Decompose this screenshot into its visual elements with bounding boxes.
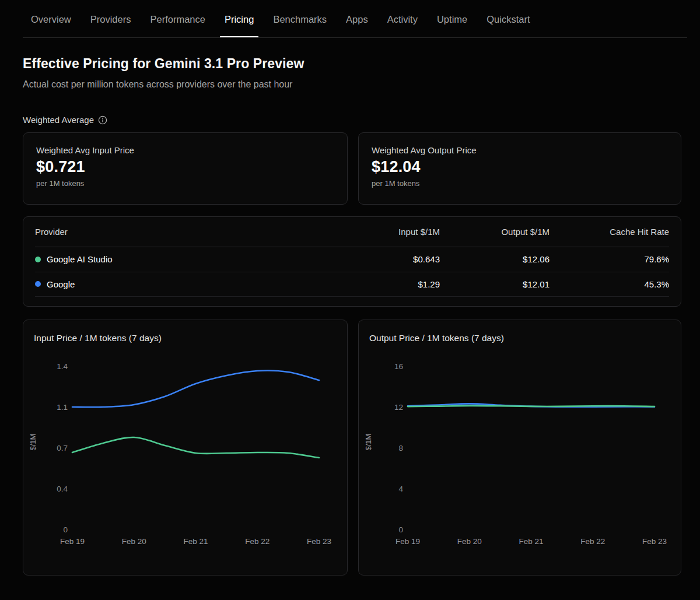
provider-table-body: Google AI Studio$0.643$12.0679.6%Google$… [35,247,669,297]
column-header-output: Output $/1M [440,227,550,237]
input-price-chart-card: Input Price / 1M tokens (7 days)$/1M1.41… [23,320,348,576]
y-tick-label: 4 [398,485,403,493]
table-row-google: Google$1.29$12.0145.3% [35,272,669,297]
tab-quickstart[interactable]: Quickstart [487,14,530,37]
line-series-google [72,370,319,407]
x-tick-label: Feb 22 [580,537,605,546]
table-row-google-ai-studio: Google AI Studio$0.643$12.0679.6% [35,247,669,272]
tab-providers[interactable]: Providers [90,14,131,37]
tab-overview[interactable]: Overview [31,14,71,37]
tab-bar: OverviewProvidersPerformancePricingBench… [23,0,687,38]
input-price-cell: $1.29 [323,279,440,289]
stat-unit: per 1M tokens [372,179,668,188]
chart-row: Input Price / 1M tokens (7 days)$/1M1.41… [23,320,681,576]
x-tick-label: Feb 21 [519,537,543,546]
weighted-avg-input-card: Weighted Avg Input Price $0.721 per 1M t… [23,132,348,205]
chart-plot-area [408,366,654,529]
tab-benchmarks[interactable]: Benchmarks [273,14,327,37]
provider-name: Google [47,279,75,289]
provider-color-dot [35,281,41,287]
x-tick-label: Feb 21 [183,537,208,546]
info-icon[interactable] [98,115,107,125]
tab-list: OverviewProvidersPerformancePricingBench… [23,14,687,37]
line-series-google-ai-studio [72,437,319,458]
x-tick-label: Feb 20 [122,537,146,546]
input-price-cell: $0.643 [323,254,440,264]
cache-hit-rate-cell: 79.6% [550,254,669,264]
output-price-chart-card: Output Price / 1M tokens (7 days)$/1M161… [358,320,681,576]
model-pricing-page: OverviewProvidersPerformancePricingBench… [0,0,700,600]
x-tick-label: Feb 23 [307,537,331,546]
x-tick-label: Feb 20 [457,537,482,546]
provider-name: Google AI Studio [47,254,113,264]
chart-plot-area [72,366,319,529]
weighted-average-label: Weighted Average [23,115,681,125]
y-tick-label: 0 [398,525,403,534]
x-tick-label: Feb 22 [245,537,270,546]
y-tick-label: 0.4 [57,485,68,493]
y-tick-label: 1.4 [57,362,68,371]
provider-cell: Google AI Studio [35,254,323,264]
x-tick-label: Feb 19 [60,537,85,546]
stat-card-row: Weighted Avg Input Price $0.721 per 1M t… [23,132,681,205]
y-tick-label: 0.7 [57,444,68,452]
page-title: Effective Pricing for Gemini 3.1 Pro Pre… [23,56,681,72]
line-series-google-ai-studio [408,406,654,406]
column-header-input: Input $/1M [323,227,440,237]
cache-hit-rate-cell: 45.3% [550,279,669,289]
tab-uptime[interactable]: Uptime [437,14,467,37]
output-price-cell: $12.01 [440,279,550,289]
x-tick-label: Feb 19 [396,537,420,546]
provider-table-header: Provider Input $/1M Output $/1M Cache Hi… [35,217,669,247]
x-axis-ticks: Feb 19Feb 20Feb 21Feb 22Feb 23 [408,537,654,548]
stat-label: Weighted Avg Input Price [36,145,334,155]
active-tab-underline [220,36,258,37]
tab-pricing[interactable]: Pricing [225,14,254,37]
column-header-provider: Provider [35,227,323,237]
output-price-cell: $12.06 [440,254,550,264]
column-header-cache-hit-rate: Cache Hit Rate [550,227,669,237]
y-tick-label: 1.1 [57,403,68,412]
stat-unit: per 1M tokens [36,179,334,188]
x-axis-ticks: Feb 19Feb 20Feb 21Feb 22Feb 23 [72,537,319,548]
provider-table: Provider Input $/1M Output $/1M Cache Hi… [23,216,681,307]
stat-label: Weighted Avg Output Price [372,145,668,155]
provider-cell: Google [35,279,323,289]
tab-activity[interactable]: Activity [387,14,418,37]
tab-performance[interactable]: Performance [150,14,205,37]
y-tick-label: 8 [398,444,403,452]
stat-value: $12.04 [372,158,668,176]
pricing-content: Effective Pricing for Gemini 3.1 Pro Pre… [0,56,681,576]
provider-color-dot [35,257,41,262]
y-tick-label: 16 [394,362,403,371]
y-tick-label: 0 [63,525,68,534]
y-tick-label: 12 [394,403,403,412]
page-subtitle: Actual cost per million tokens across pr… [23,79,681,90]
weighted-average-text: Weighted Average [23,115,94,125]
stat-value: $0.721 [36,158,334,176]
x-tick-label: Feb 23 [642,537,667,546]
weighted-avg-output-card: Weighted Avg Output Price $12.04 per 1M … [358,132,681,205]
tab-apps[interactable]: Apps [346,14,368,37]
